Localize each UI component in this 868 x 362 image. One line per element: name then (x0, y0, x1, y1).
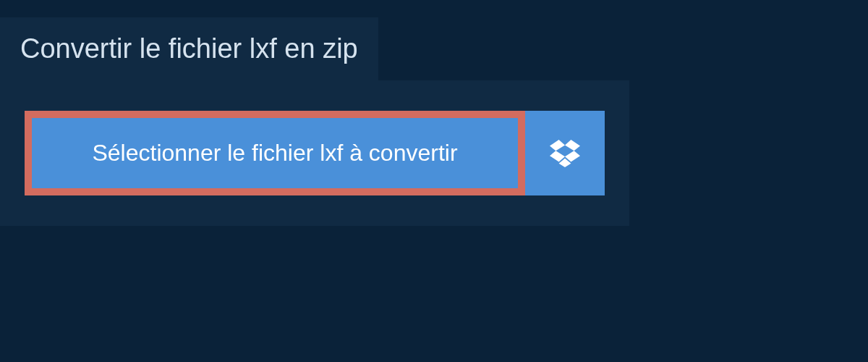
page-title: Convertir le fichier lxf en zip (0, 17, 378, 80)
svg-marker-1 (565, 140, 580, 151)
select-file-button[interactable]: Sélectionner le fichier lxf à convertir (25, 111, 525, 195)
svg-marker-2 (550, 151, 565, 161)
svg-marker-0 (550, 140, 565, 151)
upload-panel: Sélectionner le fichier lxf à convertir (0, 80, 629, 226)
dropbox-button[interactable] (525, 111, 605, 195)
svg-marker-3 (565, 151, 580, 161)
dropbox-icon (550, 138, 580, 169)
button-row: Sélectionner le fichier lxf à convertir (25, 111, 605, 195)
